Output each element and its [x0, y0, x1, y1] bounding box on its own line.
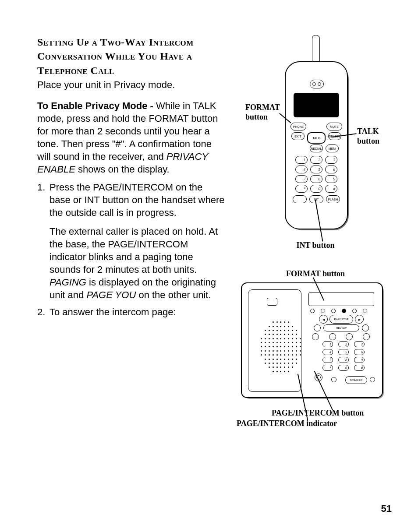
page-intercom-indicator-label: PAGE/INTERCOM indicator: [237, 419, 368, 429]
base-small-button-left: [314, 324, 321, 331]
base-display: [308, 292, 374, 306]
mute-button: MUTE: [326, 123, 342, 130]
step-1-sub: The external caller is placed on hold. A…: [50, 225, 226, 301]
cradle-hole: [267, 298, 277, 306]
base-circle-button: [312, 333, 319, 340]
speaker-button: SPEAKER: [345, 376, 367, 384]
handset-btn-blank: [293, 195, 307, 203]
step-1-sub-a: The external caller is placed on hold. A…: [50, 226, 218, 275]
step-2-number: 2.: [37, 306, 50, 318]
base-small-circle: [331, 377, 337, 382]
exit-button: EXIT: [291, 132, 305, 140]
led-icon: [352, 309, 357, 313]
key-3: 3: [325, 156, 337, 164]
base-keypad-row-2: 456: [322, 349, 365, 355]
base-key-2: 2: [338, 341, 349, 347]
handset-illustration: FORMAT button TALK button INT button PHO…: [245, 35, 390, 263]
phone-button: PHONE: [290, 123, 306, 130]
key-5: 5: [310, 166, 322, 173]
review-button: REVIEW: [323, 324, 359, 331]
play-stop-button: PLAY/STOP: [329, 315, 353, 324]
mem-button: MEM: [326, 144, 339, 152]
base-key-1: 1: [322, 341, 333, 347]
key-9: 9: [325, 175, 337, 183]
forward-button: ▸: [355, 315, 364, 324]
redial-button: REDIAL: [310, 144, 323, 152]
format-button-label-handset: FORMAT button: [245, 103, 285, 122]
base-body: ◂ PLAY/STOP ▸ REVIEW 123 456 789 *0# S: [241, 282, 383, 398]
base-illustration: FORMAT button PAGE/INTERCOM button PAGE/…: [237, 269, 394, 431]
speaker-grille-icon: [260, 321, 302, 373]
rewind-button: ◂: [319, 315, 328, 324]
base-keypad-row-3: 789: [322, 357, 365, 363]
base-key-5: 5: [338, 349, 349, 355]
base-row-circles: [312, 333, 370, 340]
base-key-9: 9: [354, 357, 365, 363]
base-key-4: 4: [322, 349, 333, 355]
key-8: 8: [310, 175, 322, 183]
enable-prefix: To Enable Privacy Mode -: [37, 100, 156, 111]
led-icon: [321, 309, 325, 313]
enable-body-2: shows on the display.: [75, 164, 170, 175]
key-7: 7: [295, 175, 308, 183]
earpiece-icon: [310, 80, 324, 88]
base-keypad-row-1: 123: [322, 341, 365, 347]
base-circle-button: [346, 333, 353, 340]
handset-row-int: INT FLASH: [286, 195, 347, 203]
key-4: 4: [295, 166, 308, 173]
led-icon: [363, 309, 367, 313]
base-key-8: 8: [338, 357, 349, 363]
page-you-term: PAGE YOU: [86, 289, 136, 300]
base-key-7: 7: [322, 357, 333, 363]
paging-term: PAGING: [50, 277, 86, 288]
led-icon: [310, 309, 315, 313]
talk-button-label: TALK button: [357, 127, 388, 146]
handset-row-talk: EXIT TALK DELETE: [286, 132, 347, 144]
base-key-3: 3: [354, 341, 365, 347]
handset-cradle: [248, 289, 301, 392]
base-small-circle: [370, 377, 375, 382]
led-icon: [342, 309, 346, 313]
enable-privacy-paragraph: To Enable Privacy Mode - While in TALK m…: [37, 99, 226, 176]
step-1-body: Press the PAGE/INTERCOM on the base or I…: [50, 181, 226, 219]
base-small-button-right: [362, 324, 369, 331]
manual-page: Setting Up a Two-Way Intercom Conversati…: [0, 0, 418, 532]
step-2: 2. To answer the intercom page:: [37, 306, 226, 318]
keypad-row-3: 7 8 9: [286, 175, 347, 183]
keypad-row-4: * 0 #: [286, 185, 347, 193]
key-hash: #: [325, 185, 337, 193]
key-1: 1: [295, 156, 308, 164]
flash-button: FLASH: [326, 195, 340, 203]
base-keypad-row-4: *0#: [322, 365, 365, 371]
keypad-row-2: 4 5 6: [286, 166, 347, 173]
handset-row-redial: REDIAL MEM: [286, 144, 347, 152]
key-star: *: [295, 185, 308, 193]
page-number: 51: [381, 503, 392, 514]
key-2: 2: [310, 156, 322, 164]
base-key-0: 0: [338, 365, 349, 371]
base-key-star: *: [322, 365, 333, 371]
base-circle-button: [363, 333, 370, 340]
section-heading: Setting Up a Two-Way Intercom Conversati…: [37, 35, 226, 78]
talk-button: TALK: [307, 132, 326, 144]
key-6: 6: [325, 166, 337, 173]
base-key-hash: #: [354, 365, 365, 371]
led-icon: [331, 309, 336, 313]
step-list: 1. Press the PAGE/INTERCOM on the base o…: [37, 181, 226, 318]
intro-text: Place your unit in Privacy mode.: [37, 78, 226, 92]
base-leds: [310, 309, 367, 313]
keypad-row-1: 1 2 3: [286, 156, 347, 164]
base-circle-button: [329, 333, 336, 340]
int-button: INT: [309, 195, 323, 203]
int-button-label: INT button: [285, 241, 346, 250]
key-0: 0: [310, 185, 322, 193]
handset-screen: [294, 93, 339, 117]
handset-row-phone-mute: PHONE MUTE: [286, 123, 347, 130]
step-1: 1. Press the PAGE/INTERCOM on the base o…: [37, 181, 226, 301]
step-2-body: To answer the intercom page:: [50, 306, 226, 318]
page-intercom-button-label: PAGE/INTERCOM button: [272, 409, 386, 418]
step-1-number: 1.: [37, 181, 50, 301]
step-1-sub-c: on the other unit.: [136, 289, 211, 300]
base-key-6: 6: [354, 349, 365, 355]
format-button-label-base: FORMAT button: [272, 269, 359, 279]
